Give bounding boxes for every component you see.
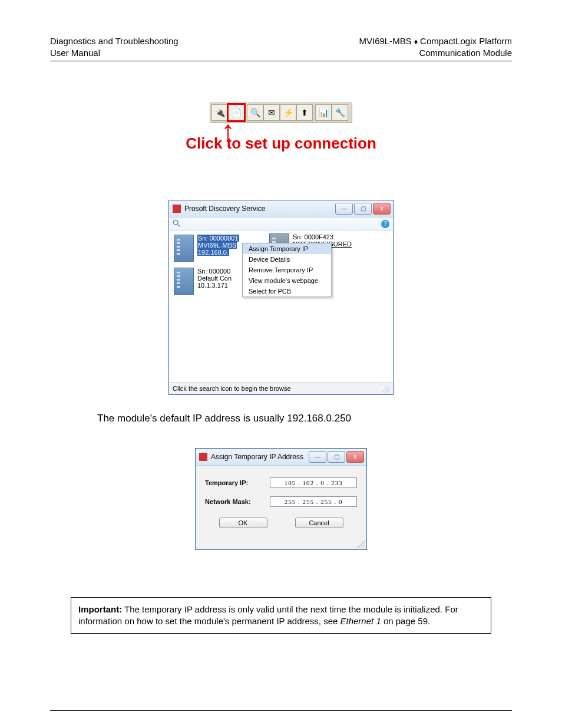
module-icon (174, 235, 194, 262)
header-right-line2: Communication Module (359, 47, 512, 59)
app-icon (199, 453, 207, 461)
menu-view-webpage[interactable]: View module's webpage (243, 275, 331, 286)
menu-assign-ip[interactable]: Assign Temporary IP (243, 243, 331, 254)
toolbar-btn-5[interactable]: ⚡ (280, 104, 296, 121)
arrow-up-icon: ↑ (0, 124, 459, 138)
minimize-button[interactable]: — (309, 451, 326, 463)
close-button[interactable]: x (373, 203, 391, 215)
toolbar-btn-7[interactable]: 📊 (315, 104, 332, 121)
cancel-button[interactable]: Cancel (295, 518, 343, 528)
footer-divider (50, 710, 512, 711)
body-paragraph: The module's default IP address is usual… (97, 413, 512, 424)
device3-sn: Sn: 0000F423 (293, 233, 352, 241)
important-ref: Ethernet 1 (340, 616, 381, 626)
important-note: Important: The temporary IP address is o… (71, 597, 491, 634)
assign-ip-title: Assign Temporary IP Address (211, 453, 305, 461)
device2-sn: Sn: 000000 (197, 268, 232, 275)
device1-sn: Sn: 00000001 (197, 235, 239, 242)
device1-model: MVI69L-MBS (197, 242, 237, 249)
ok-button[interactable]: OK (219, 518, 267, 528)
menu-select-pcb[interactable]: Select for PCB (243, 286, 331, 297)
maximize-button[interactable]: ▢ (354, 203, 372, 215)
discovery-window: Prosoft Discovery Service — ▢ x ? Sn: 00… (168, 200, 394, 395)
netmask-input[interactable]: 255 . 255 . 255 . 0 (270, 496, 357, 507)
header-left-line2: User Manual (50, 47, 178, 59)
toolbar-btn-4[interactable]: ✉ (263, 104, 280, 121)
important-text2: on page 59. (381, 616, 430, 626)
resize-grip-icon[interactable] (381, 384, 389, 393)
app-icon (173, 205, 181, 213)
module-icon (174, 268, 194, 295)
help-icon[interactable]: ? (381, 220, 389, 228)
discovery-titlebar[interactable]: Prosoft Discovery Service — ▢ x (169, 200, 393, 218)
assign-ip-titlebar[interactable]: Assign Temporary IP Address — ▢ x (196, 449, 366, 466)
maximize-button[interactable]: ▢ (328, 451, 345, 463)
svg-line-1 (178, 224, 180, 226)
discovery-title: Prosoft Discovery Service (184, 205, 332, 213)
toolbar-btn-6[interactable]: ⬆ (296, 104, 313, 121)
header-right-product: MVI69L-MBS (359, 36, 411, 46)
device2-ip: 10.1.3.171 (197, 282, 232, 289)
page-header: Diagnostics and Troubleshooting User Man… (50, 35, 512, 61)
resize-grip-icon[interactable] (357, 540, 365, 548)
menu-remove-ip[interactable]: Remove Temporary IP (243, 265, 331, 275)
netmask-label: Network Mask: (205, 498, 270, 505)
toolbar-btn-8[interactable]: 🔧 (332, 104, 348, 121)
temp-ip-label: Temporary IP: (205, 479, 270, 486)
header-right-platform: CompactLogix Platform (420, 36, 512, 46)
toolbar-btn-3[interactable]: 🔍 (247, 104, 263, 121)
menu-device-details[interactable]: Device Details (243, 254, 331, 265)
status-text: Click the search icon to begin the brows… (173, 385, 291, 392)
minimize-button[interactable]: — (335, 203, 353, 215)
header-left-line1: Diagnostics and Troubleshooting (50, 35, 178, 47)
temp-ip-input[interactable]: 105 . 102 . 0 . 233 (270, 477, 357, 488)
assign-ip-window: Assign Temporary IP Address — ▢ x Tempor… (195, 448, 367, 550)
svg-point-0 (173, 220, 178, 225)
device2-desc: Default Con (197, 275, 232, 282)
search-icon[interactable] (173, 219, 182, 229)
context-menu: Assign Temporary IP Device Details Remov… (242, 243, 332, 297)
close-button[interactable]: x (346, 451, 364, 463)
diamond-icon: ♦ (414, 37, 420, 46)
important-label: Important: (78, 604, 122, 614)
device1-ip: 192.168.0. (197, 249, 229, 256)
